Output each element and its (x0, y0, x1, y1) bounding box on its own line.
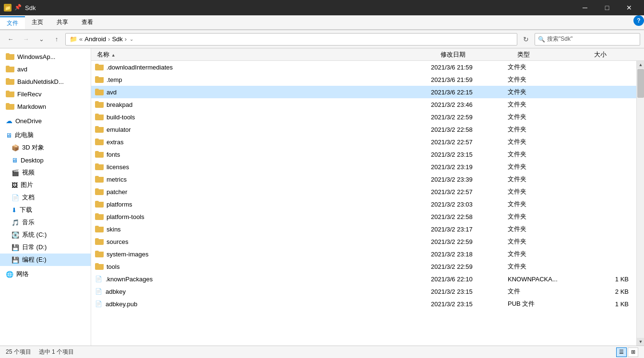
file-name: avd (107, 89, 117, 96)
ribbon: 文件 主页 共享 查看 ? (0, 15, 644, 30)
up-button[interactable]: ↑ (50, 33, 63, 46)
sidebar: WindowsAp... avd BaiduNetdiskD... FileRe… (0, 48, 91, 346)
col-header-size[interactable]: 大小 (592, 50, 640, 59)
file-date: 2021/3/2 22:59 (431, 263, 508, 270)
file-row[interactable]: sources2021/3/2 22:59文件夹 (91, 235, 636, 248)
file-type: 文件夹 (508, 200, 584, 208)
sidebar-item-markdown[interactable]: Markdown (0, 100, 91, 113)
file-name: platforms (107, 201, 132, 208)
sidebar-item-pictures[interactable]: 🖼 图片 (0, 179, 91, 191)
file-name-cell: 📄adbkey (95, 288, 431, 295)
file-type: 文件夹 (508, 162, 584, 171)
scrollbar-down-button[interactable]: ▼ (637, 338, 644, 346)
folder-icon (95, 64, 104, 70)
file-row[interactable]: breakpad2021/3/2 23:46文件夹 (91, 98, 636, 111)
file-row[interactable]: platform-tools2021/3/2 22:58文件夹 (91, 210, 636, 223)
tab-share[interactable]: 共享 (50, 15, 75, 29)
scrollbar-thumb[interactable] (637, 69, 644, 98)
refresh-button[interactable]: ↻ (519, 33, 533, 46)
sidebar-item-avd[interactable]: avd (0, 63, 91, 75)
address-path[interactable]: 📁 « Android › Sdk › ⌄ (65, 33, 517, 46)
file-list: .downloadIntermediates2021/3/6 21:59文件夹.… (91, 61, 636, 346)
file-row[interactable]: avd2021/3/6 22:15文件夹 (91, 86, 636, 98)
file-row[interactable]: 📄adbkey2021/3/2 23:15文件2 KB (91, 285, 636, 298)
tab-home[interactable]: 主页 (25, 15, 50, 29)
path-dropdown-arrow[interactable]: ⌄ (130, 36, 133, 42)
column-headers: 名称 ▲ 修改日期 类型 大小 (91, 48, 644, 61)
file-row[interactable]: build-tools2021/3/2 22:59文件夹 (91, 111, 636, 123)
file-row[interactable]: .temp2021/3/6 21:59文件夹 (91, 73, 636, 86)
file-name-cell: skins (95, 226, 431, 233)
file-type: 文件夹 (508, 100, 584, 109)
file-row[interactable]: 📄.knownPackages2021/3/6 22:10KNOWNPACKA.… (91, 273, 636, 285)
view-icons-button[interactable]: ⊞ (628, 347, 638, 357)
sidebar-item-windowsap[interactable]: WindowsAp... (0, 50, 91, 63)
file-date: 2021/3/6 22:15 (431, 89, 508, 96)
file-row[interactable]: system-images2021/3/2 23:18文件夹 (91, 248, 636, 260)
file-name-cell: platforms (95, 201, 431, 208)
file-row[interactable]: extras2021/3/2 22:57文件夹 (91, 136, 636, 148)
search-box[interactable]: 🔍 搜索"Sdk" (535, 33, 640, 46)
sidebar-item-music[interactable]: 🎵 音乐 (0, 216, 91, 229)
file-list-container: .downloadIntermediates2021/3/6 21:59文件夹.… (91, 61, 644, 346)
col-header-date[interactable]: 修改日期 (439, 50, 515, 59)
file-row[interactable]: emulator2021/3/2 22:58文件夹 (91, 123, 636, 136)
file-name-cell: sources (95, 238, 431, 245)
tab-view[interactable]: 查看 (75, 15, 100, 29)
sidebar-item-baidunetdisk[interactable]: BaiduNetdiskD... (0, 75, 91, 88)
sidebar-item-desktop[interactable]: 🖥 Desktop (0, 154, 91, 166)
pc-icon: 🖥 (6, 132, 12, 139)
sidebar-item-filerecv[interactable]: FileRecv (0, 88, 91, 100)
file-name: licenses (107, 163, 129, 171)
sidebar-item-onedrive[interactable]: ☁ OneDrive (0, 115, 91, 127)
sidebar-item-program[interactable]: 💾 编程 (E:) (0, 254, 91, 266)
folder-icon (95, 176, 104, 183)
file-date: 2021/3/2 22:58 (431, 213, 508, 220)
file-name-cell: metrics (95, 176, 431, 183)
file-name-cell: extras (95, 139, 431, 146)
pictures-icon: 🖼 (12, 182, 18, 189)
sidebar-item-systemc[interactable]: 💽 系统 (C:) (0, 229, 91, 241)
file-row[interactable]: platforms2021/3/2 23:03文件夹 (91, 198, 636, 210)
sidebar-label: Markdown (17, 103, 46, 110)
col-header-type[interactable]: 类型 (515, 50, 592, 59)
back-button[interactable]: ← (4, 33, 17, 46)
view-details-button[interactable]: ☰ (616, 347, 627, 357)
minimize-button[interactable]: ─ (574, 0, 596, 15)
close-button[interactable]: ✕ (618, 0, 640, 15)
path-android[interactable]: Android (84, 35, 106, 43)
scrollbar[interactable]: ▲ ▼ (636, 61, 644, 346)
file-row[interactable]: 📄adbkey.pub2021/3/2 23:15PUB 文件1 KB (91, 298, 636, 310)
sidebar-item-daily[interactable]: 💾 日常 (D:) (0, 241, 91, 254)
folder-icon (95, 201, 104, 208)
file-row[interactable]: patcher2021/3/2 22:57文件夹 (91, 185, 636, 198)
file-row[interactable]: licenses2021/3/2 23:19文件夹 (91, 161, 636, 173)
sidebar-item-thispc[interactable]: 🖥 此电脑 (0, 129, 91, 141)
file-row[interactable]: metrics2021/3/2 23:39文件夹 (91, 173, 636, 185)
folder-icon (95, 89, 104, 95)
help-button[interactable]: ? (633, 15, 644, 26)
scrollbar-up-button[interactable]: ▲ (637, 61, 644, 69)
file-type: 文件夹 (508, 175, 584, 184)
sidebar-label: 文档 (22, 193, 35, 202)
folder-icon (95, 251, 104, 257)
col-header-name[interactable]: 名称 ▲ (95, 50, 439, 59)
sidebar-item-video[interactable]: 🎬 视频 (0, 166, 91, 179)
file-type: 文件夹 (508, 150, 584, 159)
file-row[interactable]: fonts2021/3/2 23:15文件夹 (91, 148, 636, 161)
path-arrow2: › (125, 35, 127, 43)
folder-icon (95, 76, 104, 83)
sidebar-item-network[interactable]: 🌐 网络 (0, 268, 91, 280)
file-row[interactable]: skins2021/3/2 23:17文件夹 (91, 223, 636, 235)
sidebar-item-downloads[interactable]: ⬇ 下载 (0, 204, 91, 216)
maximize-button[interactable]: □ (596, 0, 618, 15)
file-row[interactable]: .downloadIntermediates2021/3/6 21:59文件夹 (91, 61, 636, 73)
tab-file[interactable]: 文件 (0, 16, 25, 29)
path-sdk[interactable]: Sdk (112, 35, 122, 43)
dropdown-button[interactable]: ⌄ (35, 33, 48, 46)
sidebar-item-3dobjects[interactable]: 📦 3D 对象 (0, 141, 91, 154)
sidebar-label: 此电脑 (15, 131, 34, 139)
file-type: 文件夹 (508, 75, 584, 84)
file-row[interactable]: tools2021/3/2 22:59文件夹 (91, 260, 636, 273)
sidebar-item-documents[interactable]: 📄 文档 (0, 191, 91, 204)
